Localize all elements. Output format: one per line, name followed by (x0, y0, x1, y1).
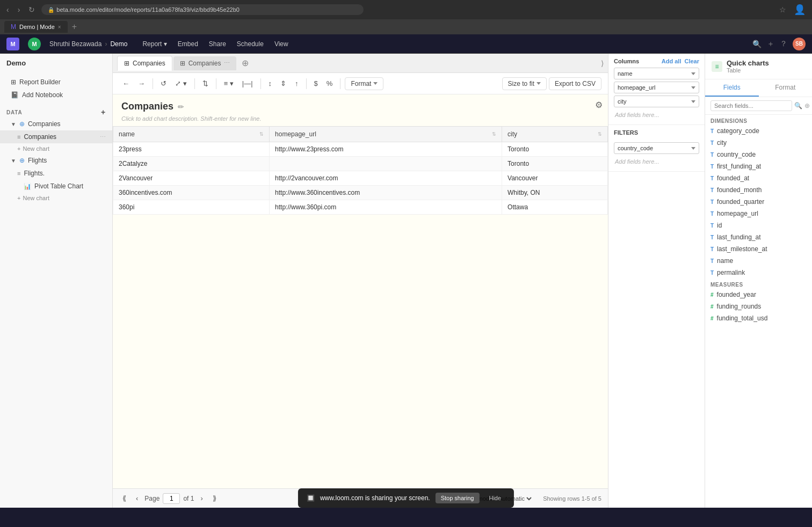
table-description[interactable]: Click to add chart description. Shift-en… (113, 114, 608, 126)
qc-measure-funding_total_usd[interactable]: #funding_total_usd (705, 312, 812, 324)
page-input[interactable] (163, 493, 180, 504)
toolbar-col-btn[interactable]: |—| (239, 77, 256, 90)
sidebar-item-report-builder[interactable]: ⊞ Report Builder (0, 76, 112, 89)
toolbar-forward-btn[interactable]: → (135, 77, 148, 90)
sidebar-add-icon[interactable]: + (101, 108, 106, 116)
qc-dim-permalink[interactable]: Tpermalink (705, 267, 812, 279)
qc-dim-city[interactable]: Tcity (705, 137, 812, 149)
qc-dim-name[interactable]: Tname (705, 255, 812, 267)
sidebar-item-companies-group[interactable]: ▼ ⊕ Companies (0, 118, 112, 130)
nav-embed[interactable]: Embed (176, 39, 200, 49)
qc-dim-category_code[interactable]: Tcategory_code (705, 125, 812, 137)
qc-search-input[interactable] (711, 100, 792, 111)
size-to-fit-button[interactable]: Size to fit (502, 77, 547, 90)
qc-dim-first_funding_at[interactable]: Tfirst_funding_at (705, 160, 812, 172)
add-all-btn[interactable]: Add all (662, 58, 682, 64)
breadcrumb-user[interactable]: Shruthi Bezawada (49, 40, 102, 48)
qc-dim-last_milestone_at[interactable]: Tlast_milestone_at (705, 243, 812, 255)
nav-share[interactable]: Share (207, 39, 228, 49)
new-tab-button[interactable]: + (70, 22, 79, 32)
col-header-name[interactable]: name ⇅ (113, 127, 270, 142)
toolbar-align-btn[interactable]: ≡ ▾ (221, 77, 237, 90)
page-first-btn[interactable]: ⟪ (119, 493, 129, 503)
clear-btn[interactable]: Clear (684, 58, 699, 64)
toolbar-expand-btn[interactable]: ⤢ ▾ (172, 77, 190, 90)
add-fields-placeholder[interactable]: Add fields here... (614, 109, 699, 120)
address-bar[interactable]: 🔒 beta.mode.com/editor/mode/reports/11a0… (41, 4, 364, 15)
nav-schedule[interactable]: Schedule (235, 39, 266, 49)
sidebar-item-flights-group[interactable]: ▼ ⊕ Flights (0, 154, 112, 167)
breadcrumb-workspace[interactable]: Demo (110, 40, 127, 48)
qc-dim-founded_quarter[interactable]: Tfounded_quarter (705, 196, 812, 208)
search-icon[interactable]: 🔍 (752, 40, 762, 48)
page-prev-btn[interactable]: ‹ (133, 493, 141, 503)
companies-more-icon[interactable]: ⋯ (100, 134, 106, 141)
qc-dim-founded_month[interactable]: Tfounded_month (705, 184, 812, 196)
col-city-dropdown[interactable]: city (614, 96, 699, 107)
qc-filter-icon[interactable]: ⊕ (804, 102, 810, 109)
tab-options-icon[interactable]: ⋯ (224, 60, 230, 67)
filters-section: country_code Add fields here... (608, 138, 705, 172)
qc-dim-id[interactable]: Tid (705, 219, 812, 231)
toolbar-sort-btn[interactable]: ⇅ (199, 77, 212, 90)
profile-icon[interactable]: 👤 (792, 3, 808, 17)
cell-city: Ottawa (502, 200, 608, 215)
toolbar-currency-btn[interactable]: $ (311, 77, 321, 90)
sidebar-item-flights-table[interactable]: ≡ Flights. (0, 167, 112, 180)
qc-dim-last_funding_at[interactable]: Tlast_funding_at (705, 231, 812, 243)
col-header-homepage-url[interactable]: homepage_url ⇅ (270, 127, 502, 142)
nav-back[interactable]: ‹ (4, 4, 11, 15)
tab-close-btn[interactable]: × (58, 24, 61, 30)
qc-dim-homepage_url[interactable]: Thomepage_url (705, 208, 812, 219)
add-filter-placeholder[interactable]: Add fields here... (614, 156, 699, 167)
user-avatar[interactable]: SB (793, 38, 806, 50)
export-csv-button[interactable]: Export to CSV (549, 77, 601, 90)
qc-tab-format[interactable]: Format (759, 79, 813, 97)
add-tab-button[interactable]: ⊕ (237, 56, 253, 70)
toolbar-percent-btn[interactable]: % (323, 77, 336, 90)
toolbar-row-btn[interactable]: ↕ (265, 77, 276, 90)
nav-refresh[interactable]: ↻ (26, 4, 37, 15)
table-settings-btn[interactable]: ⚙ (595, 100, 603, 110)
qc-measure-funding_rounds[interactable]: #funding_rounds (705, 301, 812, 312)
table-edit-icon[interactable]: ✏ (178, 103, 184, 111)
qc-dim-founded_at[interactable]: Tfounded_at (705, 172, 812, 184)
sidebar-add-chart-companies[interactable]: + New chart (0, 143, 112, 154)
browser-tab-active[interactable]: M Demo | Mode × (4, 21, 68, 33)
col-url-dropdown[interactable]: homepage_url (614, 82, 699, 93)
help-icon[interactable]: ？ (780, 39, 787, 49)
tab-bar: ⊞ Companies ⊞ Companies ⋯ ⊕ ⟩ (113, 54, 608, 73)
toolbar-format-button[interactable]: Format (345, 77, 383, 90)
sidebar-item-add-notebook[interactable]: 📓 Add Notebook (0, 89, 112, 101)
qc-dim-country_code[interactable]: Tcountry_code (705, 149, 812, 160)
page-last-btn[interactable]: ⟫ (209, 493, 220, 503)
tab-companies-2[interactable]: ⊞ Companies ⋯ (173, 56, 237, 70)
sidebar-add-chart-flights[interactable]: + New chart (0, 193, 112, 203)
table-row: 2CatalyzeToronto (113, 157, 608, 171)
collapse-panel-btn[interactable]: ⟩ (601, 59, 604, 68)
qc-tab-fields[interactable]: Fields (705, 79, 759, 97)
sidebar-item-companies-table[interactable]: ≡ Companies ⋯ (0, 130, 112, 143)
nav-view[interactable]: View (272, 39, 291, 49)
filter-country-code[interactable]: country_code (614, 142, 699, 154)
col2-chevron (691, 86, 695, 89)
measure-icon: # (711, 304, 714, 310)
add-icon[interactable]: ＋ (767, 39, 774, 49)
nav-forward[interactable]: › (16, 4, 23, 15)
stop-sharing-btn[interactable]: Stop sharing (436, 493, 480, 503)
col-header-city[interactable]: city ⇅ (502, 127, 608, 142)
col-name-dropdown[interactable]: name (614, 68, 699, 79)
sidebar-item-pivot-chart[interactable]: 📊 Pivot Table Chart (0, 180, 112, 193)
toolbar-back-btn[interactable]: ← (119, 77, 133, 90)
hide-btn[interactable]: Hide (484, 493, 505, 503)
tab-companies[interactable]: ⊞ Companies (117, 56, 172, 71)
qc-measure-founded_year[interactable]: #founded_year (705, 289, 812, 301)
nav-report[interactable]: Report ▾ (140, 39, 169, 49)
toolbar-refresh-btn[interactable]: ↺ (157, 77, 170, 90)
toolbar-row2-btn[interactable]: ⇕ (277, 77, 289, 90)
bookmark-icon[interactable]: ☆ (777, 4, 788, 15)
expand-flights-icon: ▼ (11, 158, 16, 164)
page-next-btn[interactable]: › (197, 493, 206, 503)
col1-chevron (691, 72, 695, 75)
toolbar-up-btn[interactable]: ↑ (292, 77, 302, 90)
